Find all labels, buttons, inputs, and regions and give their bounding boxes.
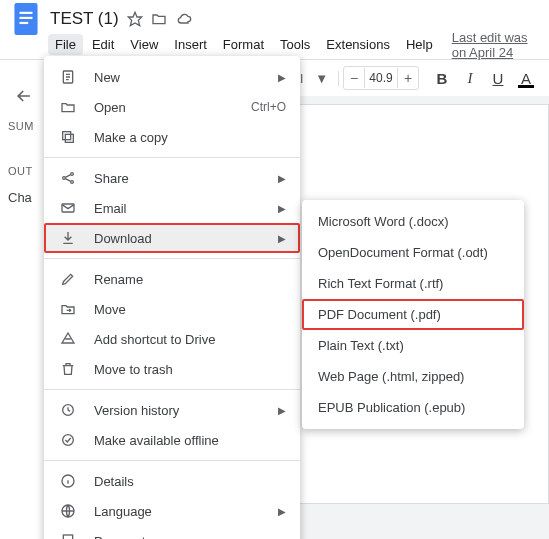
menu-edit[interactable]: Edit (85, 34, 121, 55)
menu-label: Make a copy (94, 130, 286, 145)
menu-label: New (94, 70, 278, 85)
menu-file[interactable]: File (48, 34, 83, 55)
svg-point-9 (71, 173, 74, 176)
back-icon[interactable] (14, 86, 34, 110)
download-txt[interactable]: Plain Text (.txt) (302, 330, 524, 361)
pencil-icon (58, 271, 78, 287)
menu-share[interactable]: Share ▶ (44, 163, 300, 193)
font-size-value[interactable]: 40.9 (364, 68, 398, 88)
menu-label: Download (94, 231, 278, 246)
chevron-right-icon: ▶ (278, 405, 286, 416)
svg-point-10 (71, 181, 74, 184)
menu-tools[interactable]: Tools (273, 34, 317, 55)
last-edit-link[interactable]: Last edit was on April 24 (452, 30, 539, 60)
page-setup-icon (58, 533, 78, 539)
underline-button[interactable]: U (485, 65, 511, 91)
menu-details[interactable]: Details (44, 466, 300, 496)
email-icon (58, 200, 78, 216)
menu-label: Email (94, 201, 278, 216)
menu-label: Version history (94, 403, 278, 418)
outline-item[interactable]: Cha (8, 190, 32, 205)
download-rtf[interactable]: Rich Text Format (.rtf) (302, 268, 524, 299)
download-icon (58, 230, 78, 246)
menu-label: Move (94, 302, 286, 317)
copy-icon (58, 129, 78, 145)
svg-rect-7 (63, 132, 71, 140)
menu-download[interactable]: Download ▶ (44, 223, 300, 253)
font-size-control: − 40.9 + (343, 66, 419, 90)
download-pdf[interactable]: PDF Document (.pdf) (302, 299, 524, 330)
download-odt[interactable]: OpenDocument Format (.odt) (302, 237, 524, 268)
text-color-button[interactable]: A (513, 65, 539, 91)
chevron-right-icon: ▶ (278, 506, 286, 517)
info-icon (58, 473, 78, 489)
menu-insert[interactable]: Insert (167, 34, 214, 55)
folder-open-icon (58, 99, 78, 115)
menu-view[interactable]: View (123, 34, 165, 55)
cloud-status-icon[interactable] (175, 11, 193, 27)
chevron-right-icon: ▶ (278, 233, 286, 244)
chevron-down-icon: ▼ (315, 71, 328, 86)
drive-shortcut-icon (58, 331, 78, 347)
chevron-right-icon: ▶ (278, 72, 286, 83)
menu-page-setup[interactable]: Page setup (44, 526, 300, 539)
menu-trash[interactable]: Move to trash (44, 354, 300, 384)
menu-offline[interactable]: Make available offline (44, 425, 300, 455)
download-epub[interactable]: EPUB Publication (.epub) (302, 392, 524, 423)
menu-label: Page setup (94, 534, 286, 540)
star-icon[interactable] (127, 11, 143, 27)
menu-label: Language (94, 504, 278, 519)
offline-icon (58, 432, 78, 448)
svg-point-13 (63, 435, 74, 446)
download-html[interactable]: Web Page (.html, zipped) (302, 361, 524, 392)
svg-rect-1 (20, 12, 33, 14)
menu-label: Rename (94, 272, 286, 287)
menu-help[interactable]: Help (399, 34, 440, 55)
move-folder-icon[interactable] (151, 11, 167, 27)
menu-version-history[interactable]: Version history ▶ (44, 395, 300, 425)
shortcut-label: Ctrl+O (251, 100, 286, 114)
menu-label: Add shortcut to Drive (94, 332, 286, 347)
increase-button[interactable]: + (398, 67, 418, 89)
document-icon (58, 69, 78, 85)
menu-email[interactable]: Email ▶ (44, 193, 300, 223)
history-icon (58, 402, 78, 418)
menu-label: Details (94, 474, 286, 489)
italic-button[interactable]: I (457, 65, 483, 91)
svg-marker-4 (128, 12, 141, 25)
menu-open[interactable]: Open Ctrl+O (44, 92, 300, 122)
menu-label: Move to trash (94, 362, 286, 377)
menu-extensions[interactable]: Extensions (319, 34, 397, 55)
chevron-right-icon: ▶ (278, 203, 286, 214)
download-submenu: Microsoft Word (.docx) OpenDocument Form… (302, 200, 524, 429)
summary-heading: SUM (8, 120, 34, 132)
menu-add-shortcut[interactable]: Add shortcut to Drive (44, 324, 300, 354)
menu-new[interactable]: New ▶ (44, 62, 300, 92)
menu-make-copy[interactable]: Make a copy (44, 122, 300, 152)
document-title[interactable]: TEST (1) (50, 9, 119, 29)
menu-label: Open (94, 100, 251, 115)
docs-logo[interactable] (10, 0, 42, 39)
trash-icon (58, 361, 78, 377)
bold-button[interactable]: B (429, 65, 455, 91)
menu-label: Make available offline (94, 433, 286, 448)
svg-point-8 (63, 177, 66, 180)
file-menu-dropdown: New ▶ Open Ctrl+O Make a copy Share ▶ Em… (44, 56, 300, 539)
decrease-button[interactable]: − (344, 67, 364, 89)
download-docx[interactable]: Microsoft Word (.docx) (302, 206, 524, 237)
share-icon (58, 170, 78, 186)
outline-heading: OUT (8, 165, 33, 177)
menu-format[interactable]: Format (216, 34, 271, 55)
folder-move-icon (58, 301, 78, 317)
svg-rect-2 (20, 17, 33, 19)
globe-icon (58, 503, 78, 519)
menu-language[interactable]: Language ▶ (44, 496, 300, 526)
menu-label: Share (94, 171, 278, 186)
menu-move[interactable]: Move (44, 294, 300, 324)
svg-rect-3 (20, 22, 29, 24)
menu-rename[interactable]: Rename (44, 264, 300, 294)
svg-rect-16 (63, 535, 72, 539)
chevron-right-icon: ▶ (278, 173, 286, 184)
svg-rect-6 (65, 134, 73, 142)
